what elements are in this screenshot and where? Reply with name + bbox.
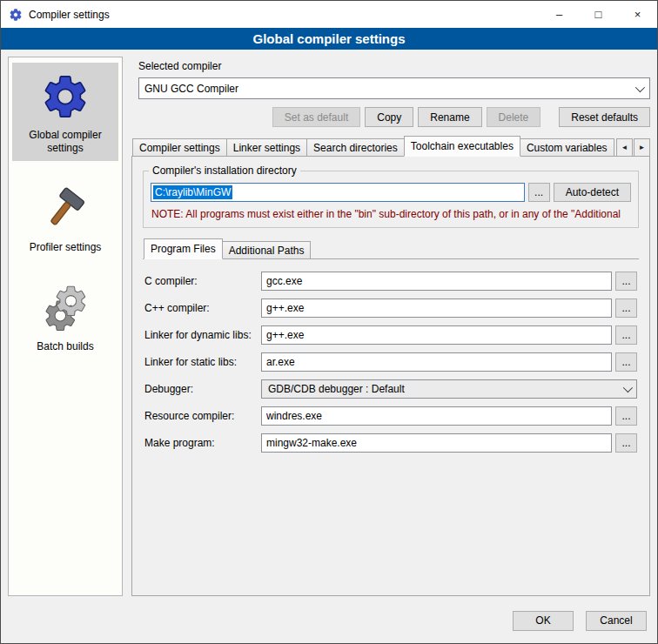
- make-program-input[interactable]: [261, 433, 612, 453]
- chevron-down-icon: [635, 82, 645, 91]
- window-controls: – □ ×: [540, 1, 657, 28]
- installation-directory-group: Compiler's installation directory C:\ray…: [143, 171, 639, 228]
- tab-scroll-left-button[interactable]: ◄: [616, 138, 633, 157]
- dialog-footer: OK Cancel: [1, 603, 657, 643]
- browse-directory-button[interactable]: ...: [528, 183, 550, 202]
- toolchain-executables-page: Compiler's installation directory C:\ray…: [131, 156, 650, 596]
- c-compiler-row: C compiler: ...: [144, 272, 637, 291]
- autodetect-button[interactable]: Auto-detect: [554, 183, 631, 202]
- sidebar-item-batch-builds[interactable]: Batch builds: [12, 274, 118, 359]
- cpp-compiler-row: C++ compiler: ...: [144, 299, 637, 318]
- program-files-tabbar: Program Files Additional Paths: [143, 238, 639, 259]
- tab-build-options[interactable]: Buil: [614, 138, 614, 157]
- c-compiler-label: C compiler:: [144, 275, 258, 287]
- dialog-body: Global compiler settings Profiler settin…: [1, 50, 657, 603]
- cpp-compiler-input[interactable]: [261, 299, 612, 318]
- static-linker-row: Linker for static libs: ...: [144, 352, 637, 372]
- tab-toolchain-executables[interactable]: Toolchain executables: [404, 136, 520, 157]
- program-files-page: C compiler: ... C++ compiler: ... Linker…: [143, 258, 639, 587]
- cancel-button[interactable]: Cancel: [586, 611, 647, 631]
- browse-make-program-button[interactable]: ...: [615, 433, 637, 453]
- sidebar-item-global-compiler-settings[interactable]: Global compiler settings: [12, 63, 118, 161]
- app-icon: [9, 8, 23, 22]
- browse-cpp-compiler-button[interactable]: ...: [615, 299, 637, 318]
- dynamic-linker-input[interactable]: [261, 325, 612, 345]
- debugger-row: Debugger: GDB/CDB debugger : Default: [144, 379, 637, 399]
- copy-button[interactable]: Copy: [365, 107, 413, 127]
- close-button[interactable]: ×: [618, 1, 657, 28]
- window-title: Compiler settings: [29, 9, 110, 21]
- resource-compiler-row: Resource compiler: ...: [144, 406, 637, 426]
- gray-gears-icon: [40, 283, 91, 333]
- cpp-compiler-label: C++ compiler:: [144, 302, 258, 314]
- main-panel: Selected compiler GNU GCC Compiler Set a…: [131, 57, 650, 596]
- selected-compiler-label: Selected compiler: [138, 60, 650, 72]
- compiler-actions: Set as default Copy Rename Delete Reset …: [131, 107, 650, 127]
- tab-scroll-right-button[interactable]: ►: [634, 138, 650, 157]
- debugger-select[interactable]: GDB/CDB debugger : Default: [261, 379, 637, 399]
- rename-button[interactable]: Rename: [418, 107, 481, 127]
- resource-compiler-label: Resource compiler:: [144, 410, 258, 422]
- minimize-button[interactable]: –: [540, 1, 579, 28]
- dynamic-linker-row: Linker for dynamic libs: ...: [144, 325, 637, 345]
- delete-button[interactable]: Delete: [487, 107, 541, 127]
- tab-linker-settings[interactable]: Linker settings: [226, 138, 307, 157]
- tabs-scroll-area: Compiler settings Linker settings Search…: [132, 136, 614, 157]
- sidebar-item-label: Profiler settings: [30, 241, 102, 254]
- set-as-default-button[interactable]: Set as default: [272, 107, 360, 127]
- static-linker-label: Linker for static libs:: [144, 356, 258, 368]
- settings-sidebar: Global compiler settings Profiler settin…: [8, 57, 123, 596]
- resource-compiler-input[interactable]: [261, 406, 612, 426]
- browse-dynamic-linker-button[interactable]: ...: [615, 325, 637, 345]
- tab-custom-variables[interactable]: Custom variables: [520, 138, 614, 157]
- browse-resource-compiler-button[interactable]: ...: [615, 406, 637, 426]
- static-linker-input[interactable]: [261, 352, 612, 372]
- installation-directory-row: C:\raylib\MinGW ... Auto-detect: [151, 183, 631, 202]
- titlebar: Compiler settings – □ ×: [1, 1, 657, 28]
- chevron-down-icon: [623, 383, 633, 392]
- hammer-icon: [40, 184, 91, 234]
- installation-directory-value: C:\raylib\MinGW: [153, 185, 232, 199]
- bin-subdirectory-note: NOTE: All programs must exist either in …: [151, 208, 631, 220]
- compiler-select-value: GNU GCC Compiler: [144, 83, 238, 95]
- debugger-label: Debugger:: [144, 383, 258, 395]
- browse-c-compiler-button[interactable]: ...: [615, 272, 637, 291]
- dialog-header: Global compiler settings: [1, 28, 657, 50]
- browse-static-linker-button[interactable]: ...: [615, 352, 637, 372]
- settings-tabbar: Compiler settings Linker settings Search…: [131, 136, 650, 157]
- tab-compiler-settings[interactable]: Compiler settings: [132, 138, 227, 157]
- make-program-label: Make program:: [144, 437, 258, 449]
- sidebar-item-label: Batch builds: [37, 340, 93, 353]
- maximize-button[interactable]: □: [579, 1, 618, 28]
- installation-directory-group-title: Compiler's installation directory: [149, 164, 300, 177]
- installation-directory-input[interactable]: C:\raylib\MinGW: [151, 183, 525, 202]
- tab-scroll-buttons: ◄ ►: [616, 138, 650, 157]
- tab-search-directories[interactable]: Search directories: [306, 138, 405, 157]
- debugger-select-value: GDB/CDB debugger : Default: [268, 383, 405, 395]
- make-program-row: Make program: ...: [144, 433, 637, 453]
- reset-defaults-button[interactable]: Reset defaults: [559, 107, 650, 127]
- blue-gear-icon: [40, 71, 91, 122]
- sidebar-item-label: Global compiler settings: [14, 129, 117, 155]
- dynamic-linker-label: Linker for dynamic libs:: [144, 329, 258, 341]
- tab-program-files[interactable]: Program Files: [144, 238, 223, 259]
- ok-button[interactable]: OK: [513, 611, 574, 631]
- tab-additional-paths[interactable]: Additional Paths: [222, 241, 312, 259]
- sidebar-item-profiler-settings[interactable]: Profiler settings: [12, 175, 118, 260]
- compiler-settings-window: Compiler settings – □ × Global compiler …: [0, 0, 658, 644]
- c-compiler-input[interactable]: [261, 272, 612, 291]
- compiler-select[interactable]: GNU GCC Compiler: [138, 77, 650, 99]
